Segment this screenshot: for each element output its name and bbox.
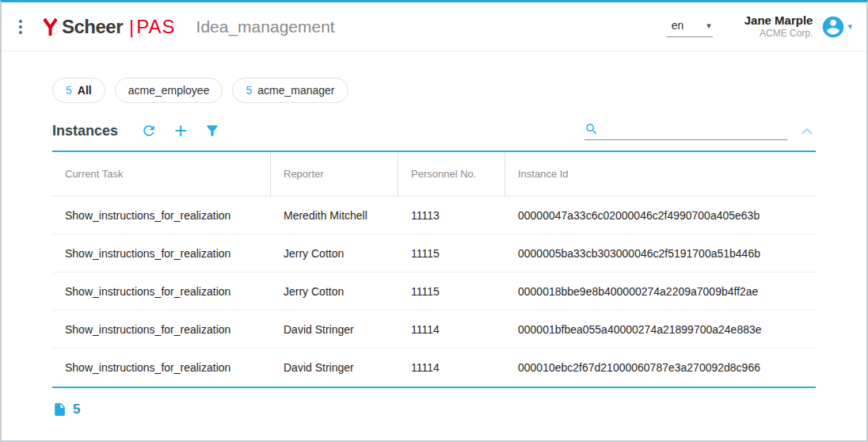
refresh-icon xyxy=(141,123,157,139)
cell-instance-id: 00000047a33c6c02000046c2f4990700a405e63b xyxy=(505,196,816,234)
cell-personnel-no: 11114 xyxy=(398,311,505,348)
cell-reporter: Meredith Mitchell xyxy=(271,196,398,234)
brand-pas: PAS xyxy=(136,16,175,38)
search-input[interactable] xyxy=(605,123,787,135)
cell-reporter: David Stringer xyxy=(271,349,398,387)
user-info: Jane Marple ACME Corp. xyxy=(744,13,813,40)
table-row[interactable]: Show_instructions_for_realization David … xyxy=(52,311,816,349)
add-instance-button[interactable]: + xyxy=(169,119,192,143)
chip-count: 5 xyxy=(66,84,72,97)
filter-icon xyxy=(204,123,220,139)
cell-instance-id: 000001bfbea055a40000274a21899700a24e883e xyxy=(505,311,816,348)
avatar-icon xyxy=(820,14,846,40)
search-box xyxy=(584,122,787,140)
cell-instance-id: 0000005ba33cb303000046c2f5191700a51b446b xyxy=(505,234,816,272)
search-icon xyxy=(584,122,599,136)
cell-current-task: Show_instructions_for_realization xyxy=(52,234,271,272)
document-icon xyxy=(52,401,67,418)
cell-personnel-no: 11114 xyxy=(398,349,505,387)
scheer-mark-icon xyxy=(43,17,58,36)
user-name: Jane Marple xyxy=(744,13,813,29)
chip-acme-employee[interactable]: acme_employee xyxy=(115,78,223,103)
chip-count: 5 xyxy=(246,84,252,97)
chip-label: All xyxy=(78,84,92,97)
cell-current-task: Show_instructions_for_realization xyxy=(52,311,271,348)
brand-scheer: Scheer xyxy=(62,16,123,38)
chevron-up-icon xyxy=(801,128,813,135)
cell-reporter: David Stringer xyxy=(271,311,398,348)
language-value: en xyxy=(672,19,684,32)
table-row[interactable]: Show_instructions_for_realization David … xyxy=(52,349,816,387)
instances-table: Current Task Reporter Personnel No. Inst… xyxy=(52,151,816,388)
cell-instance-id: 000010ebc2f67d21000060787e3a270092d8c966 xyxy=(505,349,816,387)
cell-reporter: Jerry Cotton xyxy=(271,272,398,310)
kebab-menu-icon[interactable] xyxy=(14,17,27,37)
collapse-panel-button[interactable] xyxy=(798,122,816,140)
cell-personnel-no: 11115 xyxy=(398,234,505,272)
column-header-current-task: Current Task xyxy=(52,152,271,196)
plus-icon: + xyxy=(174,120,187,142)
table-row[interactable]: Show_instructions_for_realization Meredi… xyxy=(52,196,816,234)
top-bar-right: en ▾ Jane Marple ACME Corp. ▾ xyxy=(667,13,852,40)
brand-logo: Scheer | PAS xyxy=(43,16,176,38)
cell-personnel-no: 11113 xyxy=(398,196,505,234)
refresh-button[interactable] xyxy=(137,119,161,143)
column-header-personnel-no: Personnel No. xyxy=(398,152,505,196)
cell-current-task: Show_instructions_for_realization xyxy=(52,272,271,310)
chip-all[interactable]: 5 All xyxy=(52,78,105,103)
filter-chips-row: 5 All acme_employee 5 acme_manager xyxy=(52,78,866,103)
table-row[interactable]: Show_instructions_for_realization Jerry … xyxy=(52,272,816,311)
user-org: ACME Corp. xyxy=(744,28,813,40)
top-bar: Scheer | PAS Idea_management en ▾ Jane M… xyxy=(2,2,866,51)
brand-separator: | xyxy=(129,16,134,38)
column-header-instance-id: Instance Id xyxy=(505,152,816,196)
app-window: Scheer | PAS Idea_management en ▾ Jane M… xyxy=(0,0,868,442)
instance-count: 5 xyxy=(73,402,80,417)
chip-label: acme_employee xyxy=(128,84,210,97)
cell-personnel-no: 11115 xyxy=(398,272,505,310)
table-header-row: Current Task Reporter Personnel No. Inst… xyxy=(52,152,816,196)
caret-down-icon: ▾ xyxy=(706,21,711,31)
instances-toolbar: Instances + xyxy=(52,117,816,144)
table-row[interactable]: Show_instructions_for_realization Jerry … xyxy=(52,234,816,272)
chip-label: acme_manager xyxy=(257,84,334,97)
filter-button[interactable] xyxy=(200,119,224,143)
account-menu-button[interactable]: ▾ xyxy=(820,14,852,40)
account-caret-down-icon: ▾ xyxy=(847,21,852,32)
chip-acme-manager[interactable]: 5 acme_manager xyxy=(232,78,348,103)
instances-title: Instances xyxy=(52,123,118,139)
cell-current-task: Show_instructions_for_realization xyxy=(52,196,271,234)
language-select[interactable]: en ▾ xyxy=(667,16,713,37)
table-footer: 5 xyxy=(52,401,816,418)
app-title: Idea_management xyxy=(196,17,335,36)
column-header-reporter: Reporter xyxy=(271,152,398,196)
cell-reporter: Jerry Cotton xyxy=(271,234,398,272)
cell-instance-id: 0000018bbe9e8b400000274a2209a7009b4ff2ae xyxy=(505,272,816,310)
cell-current-task: Show_instructions_for_realization xyxy=(52,349,271,387)
